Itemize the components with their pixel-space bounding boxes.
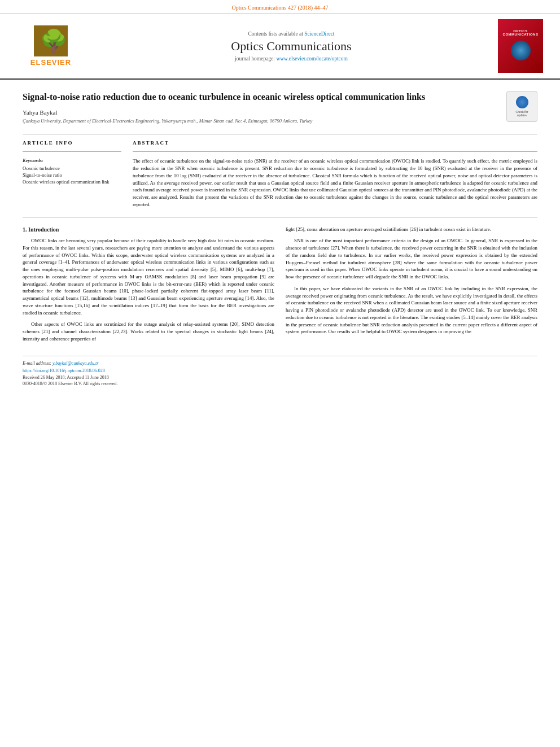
keyword-snr: Signal-to-noise ratio [23, 172, 121, 178]
right-para-2: SNR is one of the most important perform… [286, 237, 537, 281]
check-updates-badge: Check forupdates [506, 91, 537, 122]
body-content: 1. Introduction OWOC links are becoming … [23, 226, 537, 347]
abstract-divider [133, 151, 537, 152]
journal-homepage-link[interactable]: www.elsevier.com/locate/optcom [276, 56, 348, 62]
check-updates-circle [516, 96, 528, 108]
keyword-oceanic-turbulence: Oceanic turbulence [23, 165, 121, 171]
check-updates-label: Check forupdates [516, 110, 528, 117]
right-para-1: light [25], coma aberration on aperture … [286, 226, 537, 233]
footer-dates: Received 26 May 2018; Accepted 11 June 2… [23, 375, 537, 380]
intro-section-title: 1. Introduction [23, 226, 274, 234]
article-title-text: Signal-to-noise ratio reduction due to o… [23, 91, 498, 128]
body-right-col: light [25], coma aberration on aperture … [286, 226, 537, 347]
elsevier-logo: ELSEVIER [17, 25, 85, 67]
doi-link[interactable]: https://doi.org/10.1016/j.optcom.2018.06… [23, 368, 105, 373]
article-info-divider [23, 151, 121, 152]
body-divider [23, 217, 537, 217]
sciencedirect-label: Contents lists available at ScienceDirec… [85, 31, 498, 37]
abstract-heading: ABSTRACT [133, 140, 537, 146]
email-link[interactable]: y.baykal@cankaya.edu.tr [53, 361, 98, 366]
cover-circle-graphic [511, 41, 531, 60]
abstract-text: The effect of oceanic turbulence on the … [133, 158, 537, 208]
footer: E-mail address: y.baykal@cankaya.edu.tr … [23, 356, 537, 386]
article-title: Signal-to-noise ratio reduction due to o… [23, 91, 498, 103]
intro-para-2: Other aspects of OWOC links are scrutini… [23, 321, 274, 342]
article-info-heading: ARTICLE INFO [23, 140, 121, 146]
journal-name: Optics Communications [85, 39, 498, 54]
journal-citation-bar: Optics Communications 427 (2018) 44–47 [0, 0, 560, 14]
body-left-col: 1. Introduction OWOC links are becoming … [23, 226, 274, 347]
author-name: Yahya Baykal [23, 109, 498, 116]
journal-citation-link[interactable]: Optics Communications 427 (2018) 44–47 [231, 5, 328, 11]
cover-title-text: OPTICSCOMMUNICATIONS [503, 29, 539, 36]
footer-email: E-mail address: y.baykal@cankaya.edu.tr [23, 361, 537, 366]
right-para-3: In this paper, we have elaborated the va… [286, 285, 537, 335]
journal-homepage: journal homepage: www.elsevier.com/locat… [85, 56, 498, 62]
journal-cover-image: OPTICSCOMMUNICATIONS [498, 19, 543, 73]
article-info-abstract-section: ARTICLE INFO Keywords: Oceanic turbulenc… [23, 140, 537, 208]
elsevier-brand-label: ELSEVIER [30, 58, 71, 67]
footer-copyright: 0030-4018/© 2018 Elsevier B.V. All right… [23, 381, 537, 386]
article-info-col: ARTICLE INFO Keywords: Oceanic turbulenc… [23, 140, 121, 208]
main-content: Signal-to-noise ratio reduction due to o… [0, 80, 560, 397]
author-affiliation: Çankaya University, Department of Electr… [23, 118, 498, 124]
footer-doi: https://doi.org/10.1016/j.optcom.2018.06… [23, 368, 537, 373]
article-title-section: Signal-to-noise ratio reduction due to o… [23, 91, 537, 128]
intro-para-1: OWOC links are becoming very popular bec… [23, 237, 274, 316]
journal-title-center: Contents lists available at ScienceDirec… [85, 31, 498, 62]
abstract-col: ABSTRACT The effect of oceanic turbulenc… [133, 140, 537, 208]
sciencedirect-link[interactable]: ScienceDirect [304, 31, 334, 37]
keywords-label: Keywords: [23, 158, 121, 163]
page: Optics Communications 427 (2018) 44–47 E… [0, 0, 560, 747]
journal-header: ELSEVIER Contents lists available at Sci… [0, 14, 560, 80]
title-divider [23, 134, 537, 134]
elsevier-tree-icon [34, 25, 68, 56]
keyword-owoc: Oceanic wireless optical communication l… [23, 179, 121, 185]
